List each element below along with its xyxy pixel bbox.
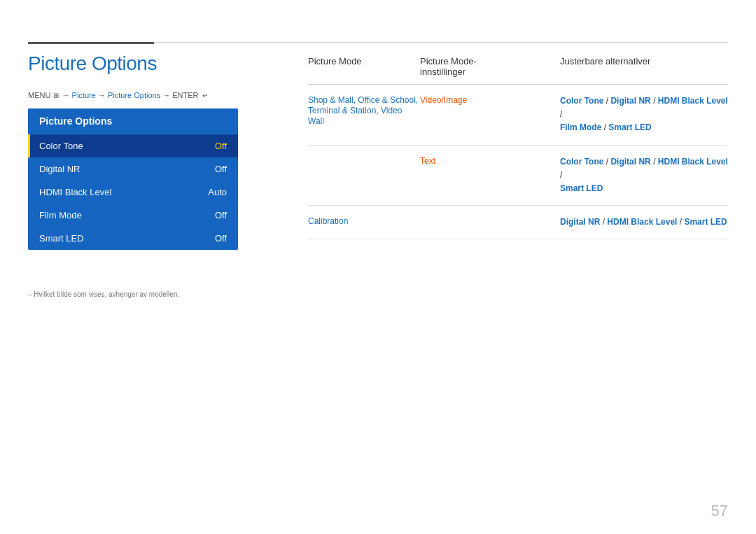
row2-mode: [308, 155, 420, 196]
row1-mode-settings: Video/Image: [420, 94, 560, 135]
row2-digital-nr: Digital NR: [610, 157, 650, 167]
menu-item-smart-led[interactable]: Smart LED Off: [28, 227, 238, 250]
row1-alt-text: Color Tone / Digital NR / HDMI Black Lev…: [560, 96, 728, 132]
table-area: Picture Mode Picture Mode- innstillinger…: [308, 56, 728, 239]
row3-mode-settings: [420, 216, 560, 229]
note: – Hvilket bilde som vises, avhenger av m…: [28, 290, 179, 298]
col2-line2: innstillinger: [420, 66, 465, 77]
menu-icon: ⊞: [53, 92, 59, 99]
top-line-short: [28, 42, 154, 44]
menu-item-color-tone[interactable]: Color Tone Off: [28, 134, 238, 157]
row2-smart-led: Smart LED: [560, 183, 603, 193]
row1-film-mode: Film Mode: [560, 122, 601, 132]
row2-alternatives: Color Tone / Digital NR / HDMI Black Lev…: [560, 155, 728, 196]
table-row: Calibration Digital NR / HDMI Black Leve…: [308, 206, 728, 239]
page-title: Picture Options: [28, 52, 157, 75]
color-tone-value: Off: [215, 141, 227, 151]
row3-smart-led: Smart LED: [684, 217, 727, 227]
row1-smart-led: Smart LED: [608, 122, 651, 132]
col-header-alternatives: Justerbare alternativer: [560, 56, 728, 77]
film-mode-value: Off: [215, 210, 227, 220]
smart-led-label: Smart LED: [39, 233, 84, 244]
digital-nr-value: Off: [215, 164, 227, 174]
col-header-mode: Picture Mode: [308, 56, 420, 77]
menu-box-header: Picture Options: [28, 108, 238, 134]
menu-item-film-mode[interactable]: Film Mode Off: [28, 204, 238, 227]
menu-item-digital-nr[interactable]: Digital NR Off: [28, 157, 238, 181]
row1-color-tone: Color Tone: [560, 96, 603, 106]
page-number: 57: [711, 502, 728, 520]
enter-icon: ↵: [202, 92, 208, 99]
row1-alternatives: Color Tone / Digital NR / HDMI Black Lev…: [560, 94, 728, 135]
row2-alt-text: Color Tone / Digital NR / HDMI Black Lev…: [560, 157, 728, 193]
arrow1: →: [62, 91, 72, 99]
row2-color-tone: Color Tone: [560, 157, 603, 167]
row3-mode: Calibration: [308, 216, 420, 229]
table-row: Shop & Mall, Office & School,Terminal & …: [308, 85, 728, 146]
enter-text: ENTER: [172, 91, 198, 99]
row3-alternatives: Digital NR / HDMI Black Level / Smart LE…: [560, 216, 728, 229]
row3-calibration: Calibration: [308, 216, 348, 226]
picture-link[interactable]: Picture: [72, 91, 96, 99]
picture-options-link[interactable]: Picture Options: [108, 91, 160, 99]
row3-hdmi-black: HDMI Black Level: [607, 217, 677, 227]
table-header: Picture Mode Picture Mode- innstillinger…: [308, 56, 728, 85]
color-tone-label: Color Tone: [39, 141, 83, 151]
col-header-mode-settings: Picture Mode- innstillinger: [420, 56, 560, 77]
row1-video-image: Video/Image: [420, 95, 467, 105]
breadcrumb: MENU ⊞ → Picture → Picture Options → ENT…: [28, 91, 208, 99]
table-row: Text Color Tone / Digital NR / HDMI Blac…: [308, 146, 728, 206]
row2-hdmi-black: HDMI Black Level: [658, 157, 728, 167]
hdmi-black-value: Auto: [208, 187, 227, 197]
col2-line1: Picture Mode-: [420, 56, 477, 66]
menu-item-hdmi-black[interactable]: HDMI Black Level Auto: [28, 181, 238, 204]
row3-alt-text: Digital NR / HDMI Black Level / Smart LE…: [560, 217, 727, 227]
row1-digital-nr: Digital NR: [610, 96, 650, 106]
film-mode-label: Film Mode: [39, 210, 82, 220]
row2-text-label: Text: [420, 156, 435, 166]
hdmi-black-label: HDMI Black Level: [39, 187, 111, 197]
digital-nr-label: Digital NR: [39, 164, 80, 174]
arrow3: →: [162, 91, 172, 99]
smart-led-value: Off: [215, 233, 227, 244]
row3-digital-nr: Digital NR: [560, 217, 600, 227]
row1-mode-label: Shop & Mall, Office & School,Terminal & …: [308, 95, 418, 126]
menu-box: Picture Options Color Tone Off Digital N…: [28, 108, 238, 250]
menu-text: MENU: [28, 91, 50, 99]
row1-hdmi-black: HDMI Black Level: [658, 96, 728, 106]
row1-mode: Shop & Mall, Office & School,Terminal & …: [308, 94, 420, 135]
row2-mode-settings: Text: [420, 155, 560, 196]
arrow2: →: [98, 91, 108, 99]
